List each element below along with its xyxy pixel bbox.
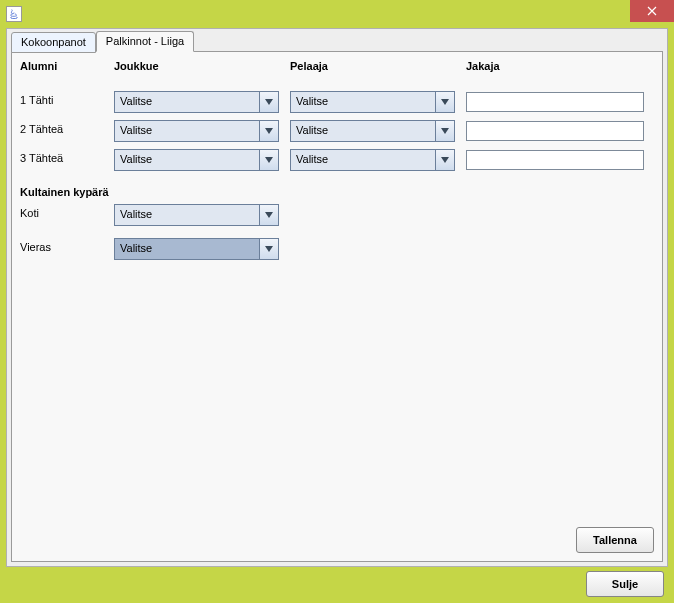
combo-team-2[interactable]: Valitse [114, 120, 279, 142]
chevron-down-icon [435, 150, 454, 170]
input-jakaja-2[interactable] [466, 121, 644, 141]
input-jakaja-3[interactable] [466, 150, 644, 170]
combo-team-1-value: Valitse [115, 92, 259, 112]
tab-palkinnot[interactable]: Palkinnot - Liiga [96, 31, 194, 52]
form-content: Alumni Joukkue Pelaaja Jakaja 1 Tähti 2 … [20, 60, 654, 519]
combo-team-2-value: Valitse [115, 121, 259, 141]
combo-player-1[interactable]: Valitse [290, 91, 455, 113]
titlebar [0, 0, 674, 28]
header-pelaaja: Pelaaja [290, 60, 456, 72]
main-panel: Kokoonpanot Palkinnot - Liiga Alumni Jou… [6, 28, 668, 567]
tab-kokoonpanot[interactable]: Kokoonpanot [11, 32, 96, 53]
save-button[interactable]: Tallenna [576, 527, 654, 553]
combo-player-3[interactable]: Valitse [290, 149, 455, 171]
label-2-tahtea: 2 Tähteä [20, 123, 63, 135]
section-kultainen-kypara: Kultainen kypärä [20, 186, 109, 198]
combo-home[interactable]: Valitse [114, 204, 279, 226]
label-koti: Koti [20, 207, 39, 219]
combo-team-3[interactable]: Valitse [114, 149, 279, 171]
label-1-tahti: 1 Tähti [20, 94, 53, 106]
chevron-down-icon [435, 121, 454, 141]
chevron-down-icon [259, 239, 278, 259]
chevron-down-icon [259, 205, 278, 225]
combo-team-1[interactable]: Valitse [114, 91, 279, 113]
combo-player-1-value: Valitse [291, 92, 435, 112]
label-3-tahtea: 3 Tähteä [20, 152, 63, 164]
window-close-button[interactable] [630, 0, 674, 22]
java-app-icon [6, 6, 22, 22]
combo-team-3-value: Valitse [115, 150, 259, 170]
dialog-footer: Sulje [6, 569, 668, 599]
header-alumni: Alumni [20, 60, 114, 72]
chevron-down-icon [259, 121, 278, 141]
label-vieras: Vieras [20, 241, 51, 253]
tab-strip: Kokoonpanot Palkinnot - Liiga [11, 31, 194, 52]
combo-player-2-value: Valitse [291, 121, 435, 141]
tab-panel-palkinnot: Alumni Joukkue Pelaaja Jakaja 1 Tähti 2 … [11, 51, 663, 562]
combo-player-3-value: Valitse [291, 150, 435, 170]
chevron-down-icon [435, 92, 454, 112]
close-button[interactable]: Sulje [586, 571, 664, 597]
combo-away-value: Valitse [115, 239, 259, 259]
chevron-down-icon [259, 92, 278, 112]
combo-home-value: Valitse [115, 205, 259, 225]
input-jakaja-1[interactable] [466, 92, 644, 112]
combo-player-2[interactable]: Valitse [290, 120, 455, 142]
header-jakaja: Jakaja [466, 60, 646, 72]
combo-away[interactable]: Valitse [114, 238, 279, 260]
header-joukkue: Joukkue [114, 60, 280, 72]
chevron-down-icon [259, 150, 278, 170]
